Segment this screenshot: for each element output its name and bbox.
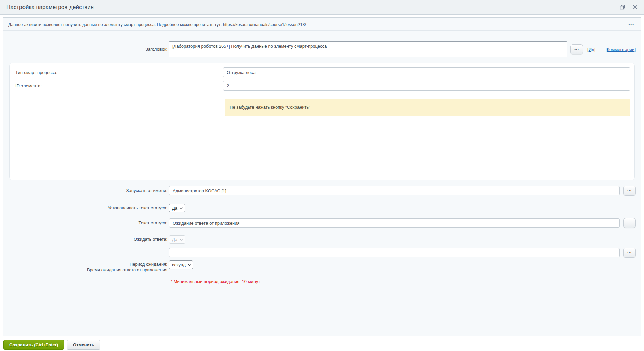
run-as-input[interactable]	[169, 186, 620, 195]
window-titlebar: Настройка параметров действия	[0, 0, 644, 15]
wait-answer-selected-value: Да	[172, 237, 177, 242]
insert-id-link[interactable]: Ид	[589, 47, 594, 52]
smart-process-box: Тип смарт-процесса: ID элемента: Не забу…	[9, 63, 635, 180]
smart-process-type-row: Тип смарт-процесса:	[14, 67, 630, 77]
wait-answer-row: Ожидать ответа: Да	[3, 235, 641, 244]
title-ellipsis-button[interactable]: ...	[570, 44, 583, 54]
window-controls	[620, 5, 637, 10]
status-text-label: Текст статуса:	[3, 220, 169, 226]
period-value-row: ...	[3, 248, 641, 258]
element-id-label: ID элемента:	[14, 83, 223, 88]
settings-panel: Данное активити позволяет получить данны…	[3, 17, 641, 336]
bracket-close: ]	[634, 47, 636, 52]
more-menu-icon[interactable]: •••	[627, 22, 636, 27]
set-status-row: Устанавливать текст статуса: Да	[3, 204, 641, 212]
element-id-input[interactable]	[223, 81, 630, 91]
set-status-select[interactable]: Да	[169, 204, 185, 212]
activity-info-bar: Данное активити позволяет получить данны…	[3, 18, 641, 31]
chevron-down-icon	[180, 239, 183, 241]
comment-link-group: [Комментарий]	[606, 46, 636, 52]
save-button[interactable]: Сохранить (Ctrl+Enter)	[3, 340, 64, 350]
chevron-down-icon	[180, 207, 183, 209]
status-text-input[interactable]	[169, 218, 620, 228]
title-field-row: Заголовок: [Лаборатория роботов 265+] По…	[3, 41, 641, 57]
title-field-label: Заголовок:	[3, 47, 169, 52]
comment-link[interactable]: Комментарий	[607, 47, 634, 52]
run-as-label: Запускать от имени:	[3, 188, 169, 194]
title-input-wrap: [Лаборатория роботов 265+] Получить данн…	[169, 41, 567, 57]
cancel-button[interactable]: Отменить	[67, 340, 100, 350]
element-id-row: ID элемента:	[14, 81, 630, 91]
save-reminder-warning: Не забудьте нажать кнопку "Сохранить"	[225, 99, 630, 116]
set-status-selected-value: Да	[172, 206, 177, 211]
wait-period-unit-value: секунд	[172, 262, 186, 267]
run-as-row: Запускать от имени: ...	[3, 186, 641, 196]
set-status-label: Устанавливать текст статуса:	[3, 205, 169, 211]
id-link-group: [Ид]	[587, 46, 595, 52]
wait-answer-select: Да	[169, 235, 185, 244]
smart-process-type-input[interactable]	[223, 67, 630, 77]
period-value-input[interactable]	[169, 248, 620, 257]
bracket-close: ]	[594, 47, 596, 52]
chevron-down-icon	[188, 264, 191, 266]
wait-period-label-line1: Период ожидания:	[3, 260, 167, 267]
status-text-row: Текст статуса: ...	[3, 218, 641, 228]
wait-answer-label: Ожидать ответа:	[3, 237, 169, 243]
title-input[interactable]: [Лаборатория роботов 265+] Получить данн…	[169, 41, 567, 57]
close-icon[interactable]	[633, 5, 637, 9]
period-value-ellipsis-button[interactable]: ...	[623, 248, 636, 258]
wait-period-row: Период ожидания: Время ожидания ответа о…	[3, 260, 641, 273]
wait-period-label: Период ожидания: Время ожидания ответа о…	[3, 260, 169, 273]
dialog-buttons: Сохранить (Ctrl+Enter) Отменить	[3, 340, 100, 350]
status-text-ellipsis-button[interactable]: ...	[623, 218, 636, 228]
run-as-ellipsis-button[interactable]: ...	[623, 186, 636, 196]
restore-window-icon[interactable]	[620, 5, 625, 10]
activity-info-text: Данное активити позволяет получить данны…	[8, 22, 306, 27]
page-title: Настройка параметров действия	[6, 4, 620, 11]
wait-period-unit-select[interactable]: секунд	[169, 260, 193, 269]
minimum-period-note: * Минимальный период ожидания: 10 минут	[171, 279, 641, 284]
wait-period-label-line2: Время ожидания ответа от приложения	[3, 267, 167, 273]
smart-process-type-label: Тип смарт-процесса:	[14, 70, 223, 75]
